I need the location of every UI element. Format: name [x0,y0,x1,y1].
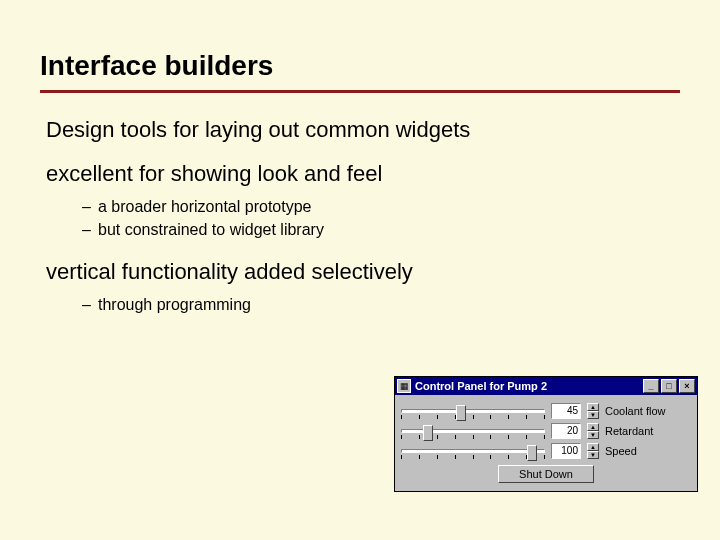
value-box[interactable]: 100 [551,443,581,459]
shutdown-button[interactable]: Shut Down [498,465,594,483]
slider-row-retardant: 20 ▲ ▼ Retardant [401,423,691,439]
slider-thumb[interactable] [423,425,433,441]
bullet-design-tools: Design tools for laying out common widge… [46,117,680,143]
spin-up[interactable]: ▲ [587,423,599,431]
app-icon: ▦ [397,379,411,393]
spin-up[interactable]: ▲ [587,443,599,451]
sub-bullet: through programming [82,293,680,316]
close-button[interactable]: × [679,379,695,393]
spin-down[interactable]: ▼ [587,451,599,459]
spin-down[interactable]: ▼ [587,411,599,419]
slider-thumb[interactable] [527,445,537,461]
slider-label: Speed [605,445,691,457]
window-caption: Control Panel for Pump 2 [415,380,641,392]
spin-down[interactable]: ▼ [587,431,599,439]
slider-row-coolant: 45 ▲ ▼ Coolant flow [401,403,691,419]
example-control-panel: ▦ Control Panel for Pump 2 _ □ × 45 ▲ ▼ … [394,376,698,492]
slider-track[interactable] [401,449,545,453]
minimize-button[interactable]: _ [643,379,659,393]
value-box[interactable]: 20 [551,423,581,439]
slider-row-speed: 100 ▲ ▼ Speed [401,443,691,459]
bullet-vertical-functionality: vertical functionality added selectively [46,259,680,285]
slider-label: Coolant flow [605,405,691,417]
sub-bullet: but constrained to widget library [82,218,680,241]
spin-up[interactable]: ▲ [587,403,599,411]
sub-bullet: a broader horizontal prototype [82,195,680,218]
slider-label: Retardant [605,425,691,437]
slider-thumb[interactable] [456,405,466,421]
window-titlebar[interactable]: ▦ Control Panel for Pump 2 _ □ × [395,377,697,395]
slider-track[interactable] [401,409,545,413]
slider-track[interactable] [401,429,545,433]
value-box[interactable]: 45 [551,403,581,419]
maximize-button[interactable]: □ [661,379,677,393]
bullet-look-and-feel: excellent for showing look and feel [46,161,680,187]
slide-title: Interface builders [40,50,680,93]
